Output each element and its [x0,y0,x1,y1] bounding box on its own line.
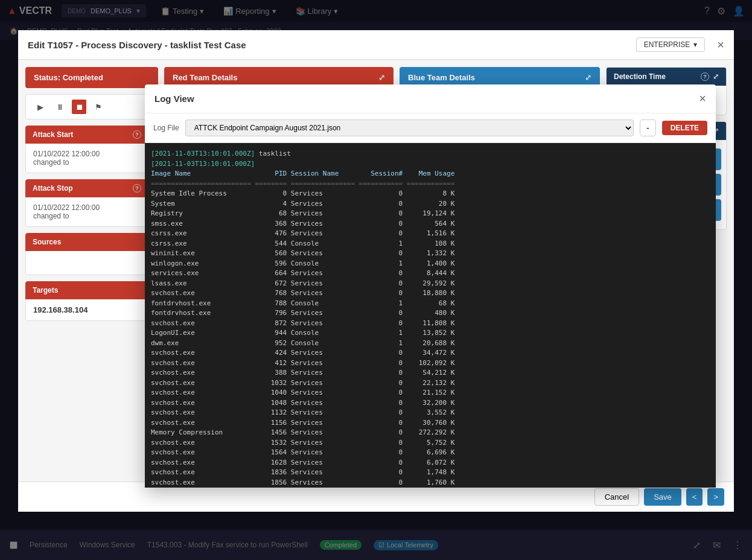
enterprise-badge[interactable]: ENTERPRISE ▾ [636,37,706,40]
modal-header: Edit T1057 - Process Discovery - tasklis… [18,30,734,40]
edit-modal: Edit T1057 - Process Discovery - tasklis… [18,30,734,40]
modal-close-button[interactable]: × [717,38,724,40]
modal-title: Edit T1057 - Process Discovery - tasklis… [28,40,246,40]
